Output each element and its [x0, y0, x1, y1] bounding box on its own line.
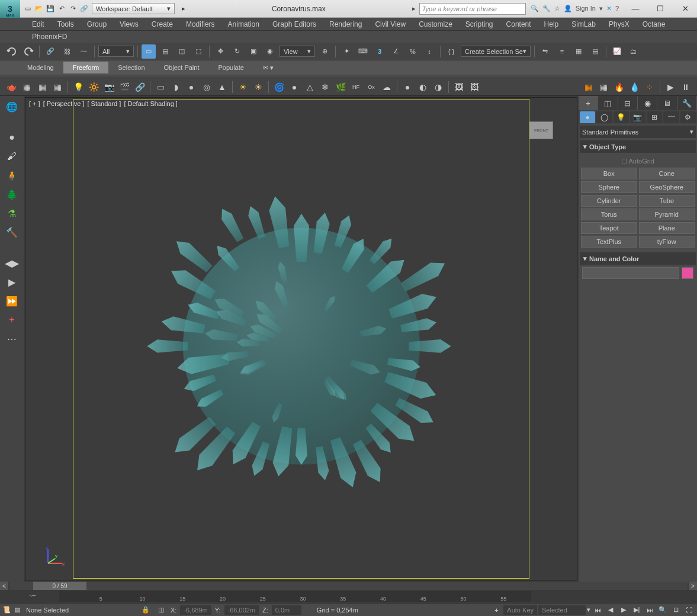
grid1-icon[interactable]: ▦ — [20, 81, 33, 94]
dome-icon[interactable]: ◗ — [169, 81, 182, 94]
teapot-icon[interactable]: 🫖 — [5, 81, 18, 94]
grid3-icon[interactable]: ▦ — [51, 81, 64, 94]
sphere-icon[interactable]: ● — [185, 81, 198, 94]
lock-icon[interactable]: 🔒 — [140, 605, 152, 615]
create-cone-button[interactable]: Cone — [639, 168, 695, 179]
curve-editor-icon[interactable]: 📈 — [610, 44, 624, 59]
redo-icon[interactable] — [21, 44, 36, 59]
chevron-down-icon[interactable]: ▾ — [587, 606, 590, 614]
autokey-button[interactable]: Auto Key — [503, 605, 537, 615]
category-dropdown[interactable]: Standard Primitives▾ — [580, 126, 696, 138]
signin-button[interactable]: Sign In — [576, 5, 596, 12]
redo-icon[interactable]: ↷ — [68, 4, 78, 14]
menu-rendering[interactable]: Rendering — [323, 18, 368, 30]
unlink-icon[interactable]: ⛓ — [60, 44, 74, 59]
ribbon-tab-populate[interactable]: Populate — [208, 62, 253, 73]
utilities-tab-icon[interactable]: 🔧 — [677, 96, 697, 110]
viewport-label[interactable]: [ + ] [ Perspective ] [ Standard ] [ Def… — [29, 100, 179, 107]
systems-icon[interactable]: ⚙ — [680, 111, 696, 123]
zoom-all-icon[interactable]: ⊡ — [670, 605, 682, 615]
mat2-icon[interactable]: ◐ — [416, 81, 429, 94]
viewport[interactable]: [ + ] [ Perspective ] [ Standard ] [ Def… — [25, 97, 577, 580]
schematic-icon[interactable]: 🗂 — [627, 44, 641, 59]
goto-end-icon[interactable]: ⏭ — [644, 605, 656, 615]
ribbon-tab-freeform[interactable]: Freeform — [63, 62, 109, 73]
coord-dropdown[interactable]: View▾ — [280, 46, 315, 57]
prev-frame-icon[interactable]: ◀ — [605, 605, 616, 615]
render1-icon[interactable]: 🖼 — [452, 81, 465, 94]
layer-icon[interactable]: ▦ — [571, 44, 586, 59]
window-crossing-icon[interactable]: ⬚ — [191, 44, 205, 59]
light1-icon[interactable]: 💡 — [72, 81, 85, 94]
manipulate-icon[interactable]: ✦ — [339, 44, 354, 59]
undo-icon[interactable]: ↶ — [56, 4, 67, 14]
isolate-icon[interactable]: ◫ — [155, 605, 167, 615]
goto-start-icon[interactable]: ⏮ — [592, 605, 603, 615]
spacewarps-icon[interactable]: 〰 — [663, 111, 679, 123]
listener-icon[interactable]: ▤ — [14, 606, 20, 614]
selection-set-dropdown[interactable]: Create Selection Se▾ — [461, 46, 531, 57]
menu-graph-editors[interactable]: Graph Editors — [266, 18, 322, 30]
search-input[interactable]: Type a keyword or phrase — [419, 3, 526, 15]
rollout-header[interactable]: ▾Object Type — [580, 140, 696, 153]
zoom-icon[interactable]: 🔍 — [657, 605, 669, 615]
flask-icon[interactable]: ⚗ — [4, 205, 20, 222]
motion-tab-icon[interactable]: ◉ — [638, 96, 657, 110]
move-icon[interactable]: ✥ — [213, 44, 227, 59]
curve-icon[interactable]: 〰 — [30, 592, 36, 599]
new-icon[interactable]: ▭ — [23, 4, 33, 14]
ribbon-tab-modeling[interactable]: Modeling — [18, 62, 63, 73]
filter-dropdown[interactable]: All▾ — [98, 46, 134, 57]
close-button[interactable]: ✕ — [673, 1, 697, 17]
nav3-icon[interactable]: ⏩ — [4, 293, 20, 309]
ox-icon[interactable]: Ox — [365, 81, 378, 94]
menu-animation[interactable]: Animation — [222, 18, 265, 30]
create-cylinder-button[interactable]: Cylinder — [581, 195, 637, 207]
menu-help[interactable]: Help — [538, 18, 565, 30]
modify-tab-icon[interactable]: ◫ — [598, 96, 618, 110]
light2-icon[interactable]: 🔆 — [87, 81, 100, 94]
lights-icon[interactable]: 💡 — [614, 111, 629, 123]
timeline-ruler[interactable]: 510152025303540455055 — [59, 591, 531, 602]
sphere-tool-icon[interactable]: ● — [4, 129, 20, 146]
fire-icon[interactable]: 🔥 — [612, 81, 625, 94]
app-logo[interactable]: 3 — [0, 0, 20, 18]
brush-icon[interactable]: 🖌 — [4, 148, 20, 165]
sun2-icon[interactable]: ☀ — [252, 81, 265, 94]
plane-icon[interactable]: ▭ — [154, 81, 167, 94]
menu-physx[interactable]: PhysX — [603, 18, 635, 30]
max-view-icon[interactable]: ⛶ — [683, 605, 695, 615]
next-frame-icon[interactable]: ▶| — [631, 605, 643, 615]
mesh-icon[interactable]: △ — [303, 81, 316, 94]
pause-icon[interactable]: ⏸ — [679, 81, 692, 94]
save-icon[interactable]: 💾 — [45, 4, 56, 14]
mirror-icon[interactable]: ⇋ — [538, 44, 553, 59]
display-tab-icon[interactable]: 🖥 — [657, 96, 677, 110]
percent-snap-icon[interactable]: % — [406, 44, 420, 59]
ribbon-tab-selection[interactable]: Selection — [108, 62, 154, 73]
figure-icon[interactable]: 🧍 — [4, 167, 20, 184]
time-slider-thumb[interactable]: 0 / 59 — [33, 582, 86, 590]
geometry-icon[interactable]: ● — [580, 111, 595, 123]
chevron-down-icon[interactable]: ▾ — [599, 5, 603, 12]
mat1-icon[interactable]: ● — [401, 81, 414, 94]
create-tab-icon[interactable]: + — [579, 96, 598, 110]
helpers-icon[interactable]: ⊞ — [647, 111, 662, 123]
time-slider-track[interactable]: 0 / 59 — [9, 582, 688, 590]
menu-edit[interactable]: Edit — [26, 18, 50, 30]
create-teapot-button[interactable]: Teapot — [581, 222, 637, 234]
placement-icon[interactable]: ◉ — [263, 44, 277, 59]
nav2-icon[interactable]: ▶ — [4, 274, 20, 290]
create-box-button[interactable]: Box — [581, 168, 637, 179]
chevron-right-icon[interactable]: ▸ — [178, 4, 189, 14]
menu-content[interactable]: Content — [500, 18, 537, 30]
menu-simlab[interactable]: SimLab — [566, 18, 602, 30]
menu-modifiers[interactable]: Modifiers — [180, 18, 221, 30]
select-object-icon[interactable]: ▭ — [142, 44, 156, 59]
angle-snap-icon[interactable]: ∠ — [389, 44, 403, 59]
toggle-icon[interactable]: ▤ — [588, 44, 602, 59]
proxy-icon[interactable]: ● — [288, 81, 301, 94]
keyfilter-dropdown[interactable]: Selected — [538, 605, 586, 615]
minimize-button[interactable]: — — [624, 1, 647, 17]
prev-key-icon[interactable]: < — [0, 582, 8, 590]
